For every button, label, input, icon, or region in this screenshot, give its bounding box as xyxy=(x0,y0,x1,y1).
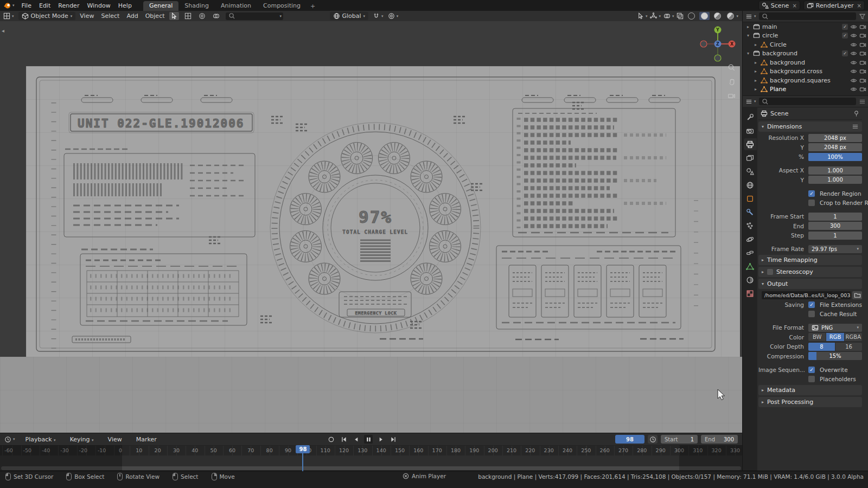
disable-render-icon[interactable] xyxy=(859,32,866,39)
disable-render-icon[interactable] xyxy=(859,23,866,30)
menu-keying[interactable]: Keying ▾ xyxy=(66,436,98,443)
menu-window[interactable]: Window xyxy=(83,2,114,9)
tab-shading[interactable]: Shading xyxy=(178,1,215,11)
tab-texture[interactable] xyxy=(744,287,757,299)
disable-render-icon[interactable] xyxy=(859,77,866,84)
anim-player-status[interactable]: Anim Player xyxy=(403,473,446,479)
tab-general[interactable]: General xyxy=(143,1,178,11)
outliner-search-input[interactable] xyxy=(771,13,853,20)
blender-menu-button[interactable]: ▾ xyxy=(0,2,18,10)
hide-viewport-icon[interactable] xyxy=(850,23,857,30)
stereoscopy-checkbox[interactable] xyxy=(767,269,773,275)
collection-checkbox[interactable]: ✓ xyxy=(842,24,848,30)
hide-viewport-icon[interactable] xyxy=(850,59,857,66)
hide-viewport-icon[interactable] xyxy=(850,68,857,75)
menu-object[interactable]: Object xyxy=(145,12,165,20)
shading-material-button[interactable] xyxy=(712,12,723,20)
frame-start-field[interactable]: 1 xyxy=(808,213,862,221)
gizmo-axis-y-neg[interactable] xyxy=(714,55,721,61)
depth-8-option[interactable]: 8 xyxy=(808,343,835,351)
timeline-scrollbar[interactable] xyxy=(1,466,741,470)
viewport-search[interactable]: ▾ xyxy=(226,12,283,20)
editor-type-button[interactable]: ▾ xyxy=(4,436,15,443)
use-preview-range-button[interactable] xyxy=(648,435,658,444)
tab-modifiers[interactable] xyxy=(744,206,757,218)
hide-viewport-icon[interactable] xyxy=(850,41,857,48)
navigation-gizmo[interactable]: Y X Z xyxy=(699,25,737,63)
frame-start-field[interactable]: Start1 xyxy=(661,435,698,444)
frame-step-field[interactable]: 1 xyxy=(808,232,862,240)
snap-button[interactable]: ▾ xyxy=(373,12,384,20)
outliner-row-background-collection[interactable]: ▾ background ✓ xyxy=(743,49,868,59)
menu-view[interactable]: View xyxy=(80,12,94,20)
file-format-dropdown[interactable]: PNG▾ xyxy=(808,324,862,332)
hide-viewport-icon[interactable] xyxy=(850,50,857,57)
aspect-y-field[interactable]: 1.000 xyxy=(808,176,862,184)
timeline-track[interactable] xyxy=(0,455,742,472)
hide-viewport-icon[interactable] xyxy=(850,77,857,84)
depth-16-option[interactable]: 16 xyxy=(835,343,862,351)
tab-physics[interactable] xyxy=(744,233,757,245)
overwrite-checkbox[interactable]: ✓ xyxy=(808,367,815,373)
prev-keyframe-button[interactable] xyxy=(352,435,360,444)
color-rgb-option[interactable]: RGB xyxy=(826,333,844,341)
options-icon[interactable] xyxy=(859,98,866,105)
aspect-x-field[interactable]: 1.000 xyxy=(808,166,862,175)
resolution-percent-slider[interactable]: 100% xyxy=(808,153,862,161)
tab-constraints[interactable] xyxy=(744,247,757,259)
compression-slider[interactable]: 15% xyxy=(808,352,862,360)
collection-checkbox[interactable]: ✓ xyxy=(842,33,848,38)
tab-render[interactable] xyxy=(744,125,757,137)
tab-scene[interactable] xyxy=(744,165,757,177)
properties-search-input[interactable] xyxy=(771,98,853,105)
menu-add[interactable]: Add xyxy=(126,12,138,20)
crop-to-render-checkbox[interactable] xyxy=(808,200,815,206)
outliner-row-background-squares[interactable]: ▸ background.squares xyxy=(743,76,868,85)
add-workspace-button[interactable]: + xyxy=(307,2,319,11)
menu-file[interactable]: File xyxy=(18,2,35,9)
shading-rendered-button[interactable]: ▾ xyxy=(725,12,740,20)
frame-rate-dropdown[interactable]: 29.97 fps▾ xyxy=(808,245,862,253)
select-tweak-button[interactable] xyxy=(169,12,179,20)
pause-button[interactable] xyxy=(364,435,373,444)
outliner-row-background-cross[interactable]: ▸ background.cross xyxy=(743,67,868,76)
cache-result-checkbox[interactable] xyxy=(808,311,815,317)
viewport-search-input[interactable] xyxy=(238,12,278,20)
hide-viewport-icon[interactable] xyxy=(850,32,857,39)
panel-metadata[interactable]: ▸Metadata xyxy=(758,385,862,395)
disable-render-icon[interactable] xyxy=(859,50,866,57)
editor-type-button[interactable]: ▾ xyxy=(745,98,756,105)
panel-dimensions[interactable]: ▾Dimensions xyxy=(758,121,862,132)
select-box-button[interactable] xyxy=(183,12,193,20)
annotate-tool-button[interactable] xyxy=(212,12,221,20)
color-rgba-option[interactable]: RGBA xyxy=(845,333,862,341)
outliner-row-main[interactable]: ▸ main ✓ xyxy=(743,22,868,31)
editor-type-button[interactable]: ▾ xyxy=(745,13,756,20)
unlink-scene-icon[interactable]: × xyxy=(791,3,796,9)
resolution-y-field[interactable]: 2048 px xyxy=(808,143,862,151)
camera-view-icon[interactable] xyxy=(727,92,736,100)
disable-render-icon[interactable] xyxy=(859,59,866,66)
tab-material[interactable] xyxy=(744,274,757,286)
frame-end-field[interactable]: 300 xyxy=(808,222,862,230)
menu-view[interactable]: View xyxy=(104,436,126,443)
panel-stereoscopy[interactable]: ▸Stereoscopy xyxy=(758,267,862,277)
gizmo-axis-x-neg[interactable] xyxy=(700,41,707,47)
panel-post-processing[interactable]: ▸Post Processing xyxy=(758,397,862,407)
disable-render-icon[interactable] xyxy=(859,41,866,48)
shading-wireframe-button[interactable] xyxy=(686,12,697,20)
gizmos-dropdown[interactable]: ▾ xyxy=(650,12,661,20)
menu-render[interactable]: Render xyxy=(54,2,83,9)
tab-animation[interactable]: Animation xyxy=(215,1,257,11)
panel-output[interactable]: ▾Output xyxy=(758,279,862,289)
xray-toggle[interactable] xyxy=(676,12,684,20)
pan-hand-icon[interactable] xyxy=(727,78,736,86)
panel-time-remapping[interactable]: ▸Time Remapping xyxy=(758,255,862,265)
zoom-icon[interactable] xyxy=(727,63,736,72)
timeline-playhead[interactable]: 98 xyxy=(302,445,303,471)
menu-marker[interactable]: Marker xyxy=(132,436,161,443)
render-region-checkbox[interactable]: ✓ xyxy=(808,190,815,197)
color-bw-option[interactable]: BW xyxy=(808,333,826,341)
tab-particles[interactable] xyxy=(744,220,757,232)
sidebar-toggle-arrow[interactable]: ◂ xyxy=(2,28,4,34)
